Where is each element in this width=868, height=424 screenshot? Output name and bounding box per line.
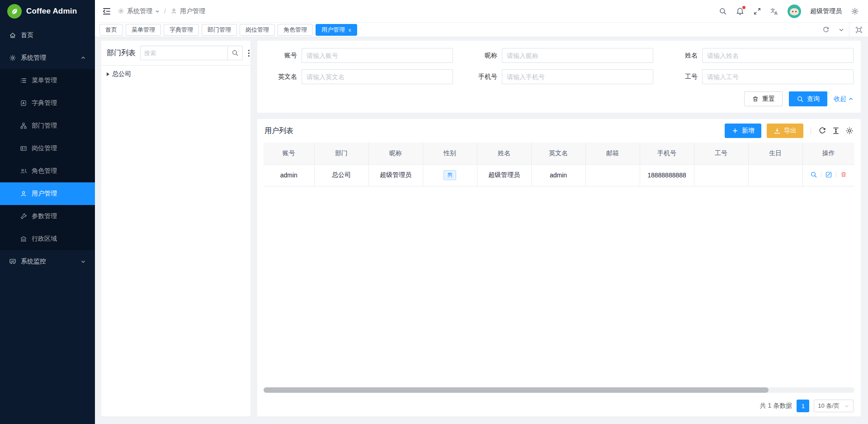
cell-en-name: admin	[531, 164, 585, 186]
sidebar-item-region-mgmt[interactable]: 行政区域	[0, 228, 95, 250]
sidebar-item-label: 角色管理	[32, 167, 86, 175]
refresh-icon[interactable]	[818, 23, 834, 37]
department-search-button[interactable]	[227, 46, 243, 60]
user-list-toolbar: 用户列表 新增 导出	[257, 119, 861, 143]
collapse-filters-link[interactable]: 收起	[834, 95, 854, 103]
toolbar-divider	[811, 127, 811, 134]
tab-dict-mgmt[interactable]: 字典管理	[164, 24, 199, 36]
department-search-input[interactable]	[140, 46, 227, 60]
tab-home[interactable]: 首页	[99, 24, 123, 36]
kebab-menu-icon[interactable]	[247, 49, 250, 57]
fullscreen-icon[interactable]	[753, 7, 761, 15]
sidebar-item-role-mgmt[interactable]: 角色管理	[0, 160, 95, 182]
cell-birthday	[748, 164, 802, 186]
edit-icon[interactable]	[825, 171, 832, 178]
tab-user-mgmt[interactable]: 用户管理 x	[316, 24, 357, 36]
table-empty-area	[257, 186, 861, 388]
sidebar-item-dept-mgmt[interactable]: 部门管理	[0, 114, 95, 137]
gender-badge: 男	[443, 170, 456, 180]
sidebar-item-system-mgmt[interactable]: 系统管理	[0, 47, 95, 69]
row-height-icon[interactable]	[832, 127, 840, 135]
col-actions: 操作	[802, 143, 854, 164]
sidebar-collapse-icon[interactable]	[102, 7, 111, 16]
horizontal-scrollbar	[264, 387, 854, 393]
account-input[interactable]	[302, 48, 453, 63]
org-chart-icon	[20, 122, 27, 129]
filter-panel: 账号 昵称 姓名 英文名	[257, 41, 861, 113]
department-search	[140, 46, 243, 60]
app-logo: Coffee Admin	[0, 0, 95, 22]
breadcrumb-page[interactable]: 用户管理	[180, 7, 205, 15]
sidebar-item-system-monitor[interactable]: 系统监控	[0, 250, 95, 273]
filter-field-phone: 手机号	[465, 69, 653, 84]
sidebar-item-label: 行政区域	[32, 235, 86, 243]
translate-icon[interactable]: 文A	[770, 7, 778, 15]
sidebar-item-dict-mgmt[interactable]: 字典管理	[0, 92, 95, 114]
column-settings-gear-icon[interactable]	[845, 127, 854, 135]
sidebar-item-home[interactable]: 首页	[0, 24, 95, 47]
tab-role-mgmt[interactable]: 角色管理	[278, 24, 313, 36]
download-icon	[774, 127, 781, 134]
monitor-icon	[9, 258, 16, 265]
notification-bell-icon[interactable]	[736, 7, 744, 15]
phone-input[interactable]	[502, 69, 653, 84]
col-phone: 手机号	[640, 143, 694, 164]
col-job-no: 工号	[694, 143, 748, 164]
name-input[interactable]	[702, 48, 854, 63]
tab-menu-mgmt[interactable]: 菜单管理	[126, 24, 161, 36]
horizontal-scrollbar-thumb[interactable]	[264, 387, 769, 393]
sidebar-item-menu-mgmt[interactable]: 菜单管理	[0, 69, 95, 92]
user-avatar[interactable]	[788, 5, 801, 18]
svg-text:A: A	[774, 11, 778, 15]
delete-icon[interactable]	[840, 171, 847, 178]
col-account: 账号	[264, 143, 314, 164]
app-root: Coffee Admin 首页 系统管理 菜单管理 字典管理	[0, 0, 868, 424]
job-no-input[interactable]	[702, 69, 854, 84]
sidebar-item-post-mgmt[interactable]: 岗位管理	[0, 137, 95, 160]
search-icon	[797, 95, 804, 103]
gear-icon	[9, 54, 16, 62]
search-icon[interactable]	[719, 7, 727, 15]
sidebar-submenu: 菜单管理 字典管理 部门管理 岗位管理 角色管理	[0, 69, 95, 250]
total-count: 共 1 条数据	[760, 402, 793, 410]
cell-gender: 男	[423, 164, 477, 186]
dictionary-icon	[20, 100, 27, 107]
reset-button[interactable]: 重置	[744, 91, 783, 106]
sidebar-item-user-mgmt[interactable]: 用户管理	[0, 182, 95, 205]
en-name-input[interactable]	[302, 69, 453, 84]
cell-nickname: 超级管理员	[368, 164, 423, 186]
breadcrumb-section[interactable]: 系统管理	[127, 7, 152, 15]
col-name: 姓名	[477, 143, 531, 164]
clear-icon	[752, 95, 759, 103]
col-dept: 部门	[314, 143, 368, 164]
tab-close-icon[interactable]: x	[349, 27, 351, 33]
cell-job-no	[694, 164, 748, 186]
page-size-select[interactable]: 10 条/页	[814, 400, 854, 412]
view-icon[interactable]	[810, 171, 817, 178]
tree-expand-caret-icon[interactable]	[107, 72, 109, 76]
tab-post-mgmt[interactable]: 岗位管理	[240, 24, 275, 36]
refresh-icon[interactable]	[818, 127, 826, 135]
sidebar-item-param-mgmt[interactable]: 参数管理	[0, 205, 95, 228]
tree-node-head-office[interactable]: 总公司	[107, 70, 245, 78]
cell-actions	[802, 164, 854, 186]
filter-field-job-no: 工号	[665, 69, 854, 84]
bank-icon	[20, 235, 27, 243]
settings-gear-icon[interactable]	[851, 7, 859, 15]
search-button[interactable]: 查询	[789, 91, 827, 106]
current-user-name[interactable]: 超级管理员	[810, 7, 842, 15]
export-button[interactable]: 导出	[767, 124, 803, 138]
chevron-down-icon[interactable]	[834, 23, 849, 37]
cell-name: 超级管理员	[477, 164, 531, 186]
pagination: 共 1 条数据 1 10 条/页	[257, 395, 861, 416]
page-1-button[interactable]: 1	[797, 400, 809, 412]
sidebar-item-label: 菜单管理	[32, 76, 86, 85]
right-column: 账号 昵称 姓名 英文名	[257, 41, 861, 416]
user-icon	[20, 190, 27, 197]
filter-field-nickname: 昵称	[465, 48, 653, 63]
col-en-name: 英文名	[531, 143, 585, 164]
add-user-button[interactable]: 新增	[725, 124, 761, 138]
tab-dept-mgmt[interactable]: 部门管理	[202, 24, 237, 36]
nickname-input[interactable]	[502, 48, 653, 63]
maximize-icon[interactable]	[849, 23, 868, 37]
